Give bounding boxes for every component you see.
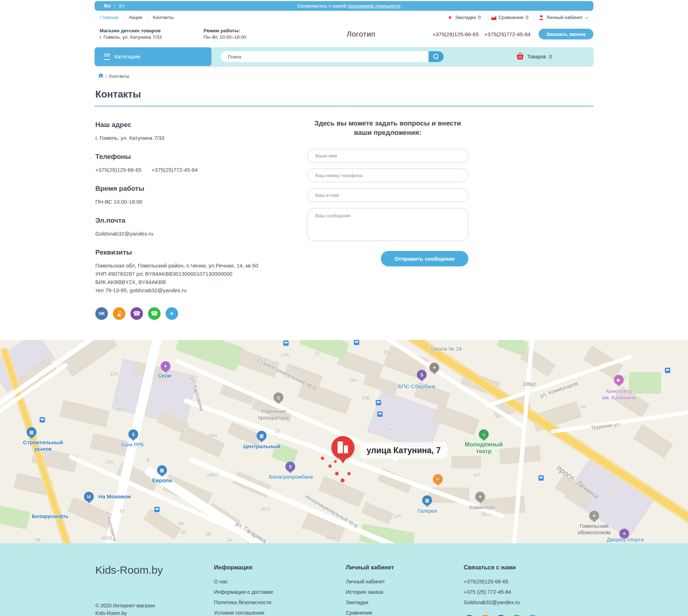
map-label: Школа № 24 bbox=[431, 346, 462, 352]
bank-poi[interactable]: $ bbox=[417, 370, 427, 380]
page-title: Контакты bbox=[95, 89, 593, 106]
compare-chart-icon bbox=[491, 15, 497, 20]
bus-stop-icon bbox=[377, 412, 383, 417]
map-label: 56 bbox=[206, 531, 211, 537]
footer-contact-item: Goldsnab32@yandex.ru bbox=[464, 600, 538, 606]
contact-phone-1: +375(29)125-66-65 bbox=[95, 167, 142, 173]
map-label: 28А bbox=[115, 406, 123, 412]
map-label: 18А bbox=[349, 378, 357, 383]
shop-poi[interactable]: ▦ bbox=[157, 465, 167, 475]
hours-title: Время работы bbox=[95, 185, 296, 193]
lang-ru[interactable]: RU bbox=[104, 3, 111, 9]
school-poi[interactable]: ✦ bbox=[430, 363, 439, 373]
telegram-icon[interactable]: ✈ bbox=[166, 307, 178, 320]
komintern-poi[interactable]: ✦ bbox=[476, 492, 485, 502]
compare-link[interactable]: Сравнение 0 bbox=[486, 15, 534, 20]
footer-link[interactable]: Информация о доставке bbox=[214, 589, 346, 595]
account-link[interactable]: Личный кабинет bbox=[534, 15, 593, 20]
bank-poi[interactable]: $ bbox=[286, 462, 295, 472]
market-poi[interactable]: ▦ bbox=[257, 431, 267, 441]
cinema-poi[interactable]: ▶ bbox=[614, 375, 624, 385]
theater-poi[interactable]: ☺ bbox=[479, 430, 489, 439]
order-call-button[interactable]: Заказать звонок bbox=[539, 29, 593, 39]
footer-link[interactable]: Условия соглашения bbox=[214, 610, 346, 616]
search-input[interactable] bbox=[221, 51, 429, 62]
requisites-line: БИК AKBBBY2X, BY84AKBB bbox=[95, 278, 296, 286]
bus-stop-icon bbox=[539, 475, 544, 481]
map-cluster-dot bbox=[334, 460, 337, 463]
map-cluster-dot bbox=[341, 479, 345, 483]
map-cluster-dot bbox=[321, 457, 324, 460]
loyalty-promo: Ознакомьтесь с нашей программой лояльнос… bbox=[165, 3, 593, 9]
search-button[interactable] bbox=[429, 51, 444, 62]
home-icon[interactable] bbox=[98, 73, 104, 79]
footer-copyright: © 2020 Интернет-магазин Kids-Room.by bbox=[95, 602, 214, 616]
map-building bbox=[520, 347, 555, 376]
map-label: На Моховом bbox=[99, 493, 131, 500]
categories-button[interactable]: Категории bbox=[95, 47, 211, 66]
map-label: 37 bbox=[181, 429, 186, 435]
map-label: Белагропромбанк bbox=[269, 474, 313, 480]
footer-link[interactable]: Личный кабинет bbox=[346, 579, 464, 585]
map-label: 1А bbox=[226, 537, 232, 542]
message-field[interactable] bbox=[307, 208, 468, 241]
bookmarks-link[interactable]: ♥ Закладки 0 bbox=[443, 15, 486, 20]
map-label: БПС-Сбербанк bbox=[398, 383, 435, 390]
nav-item-Контакты[interactable]: Контакты bbox=[147, 15, 178, 20]
requisites-block: Гомельская обл, Гомельский район, п.Ченк… bbox=[95, 261, 296, 294]
quick-links: ♥ Закладки 0 Сравнение 0 Личный кабинет bbox=[443, 15, 593, 20]
vk-glyph: VK bbox=[99, 311, 105, 316]
cezar-poi[interactable]: ✦ bbox=[161, 361, 171, 371]
user-icon bbox=[539, 15, 544, 20]
prosecutor-poi[interactable]: § bbox=[274, 393, 283, 402]
bus-stop-poi[interactable]: M bbox=[84, 492, 94, 502]
footer-link[interactable]: Политика безопасности bbox=[214, 600, 346, 606]
footer-link[interactable]: О нас bbox=[214, 579, 346, 585]
map-label: Кинотеатр им. Калинина bbox=[602, 388, 636, 401]
nav-item-Главная[interactable]: Главная bbox=[95, 15, 123, 20]
cart-button[interactable]: Товаров 0 bbox=[516, 52, 552, 61]
footer-brand[interactable]: Kids-Room.by bbox=[95, 564, 214, 576]
whatsapp-icon[interactable]: ☎ bbox=[148, 307, 161, 320]
name-field[interactable] bbox=[307, 149, 468, 162]
service-poi[interactable]: ✂ bbox=[433, 474, 443, 484]
map-building bbox=[63, 340, 117, 376]
map-label: 22 bbox=[315, 351, 320, 356]
footer-link[interactable]: Закладки bbox=[346, 600, 464, 606]
work-hours-label: Режим работы: bbox=[204, 28, 290, 34]
map-label: 2 bbox=[624, 375, 626, 380]
footer-link[interactable]: Сравнение bbox=[346, 610, 464, 616]
footer-column-title: Связаться с нами bbox=[464, 564, 538, 571]
footer-link[interactable]: История заказа bbox=[346, 589, 464, 595]
viber-icon[interactable]: ☎ bbox=[130, 307, 143, 320]
government-poi[interactable]: ✦ bbox=[589, 511, 599, 521]
map-label: Европа bbox=[152, 477, 172, 484]
language-switcher: RU | BY bbox=[95, 3, 165, 9]
email-field[interactable] bbox=[307, 188, 468, 202]
send-message-button[interactable]: Отправить сообщение bbox=[381, 251, 468, 266]
search-row: Категории Товаров 0 bbox=[95, 47, 593, 66]
phone-field[interactable] bbox=[307, 169, 468, 182]
loyalty-program-link[interactable]: программой лояльности bbox=[348, 3, 400, 9]
map-cluster-dot bbox=[348, 472, 351, 475]
bookmarks-count: 0 bbox=[478, 15, 481, 20]
bank-poi[interactable]: $ bbox=[129, 430, 138, 439]
compare-label: Сравнение bbox=[499, 15, 524, 20]
ok-icon[interactable] bbox=[113, 307, 125, 320]
nav-item-Акции[interactable]: Акции bbox=[123, 15, 147, 20]
market-poi[interactable]: ▦ bbox=[27, 427, 37, 437]
cart-label: Товаров bbox=[527, 54, 546, 60]
map-label: 24Б bbox=[18, 523, 27, 529]
map-label: 22А bbox=[281, 352, 289, 357]
store-location-marker[interactable] bbox=[331, 436, 354, 459]
map-label: 15 bbox=[366, 504, 371, 510]
map-label: 33В bbox=[361, 395, 369, 401]
location-map[interactable]: ✦✦$§$▦▦▦$☺▦✦M▶✂✦✦Школа № 2431А22А2211А28… bbox=[0, 340, 688, 543]
map-label: Белоруснефть bbox=[32, 513, 68, 520]
gallery-poi[interactable]: ▦ bbox=[422, 496, 432, 505]
vk-icon[interactable]: VK bbox=[95, 307, 108, 320]
lang-by[interactable]: BY bbox=[119, 3, 125, 9]
map-building bbox=[363, 373, 398, 395]
site-logo[interactable]: Логотип bbox=[290, 30, 433, 38]
work-hours-info: Режим работы: Пн–Вс 10:00–18:00 bbox=[204, 28, 290, 41]
